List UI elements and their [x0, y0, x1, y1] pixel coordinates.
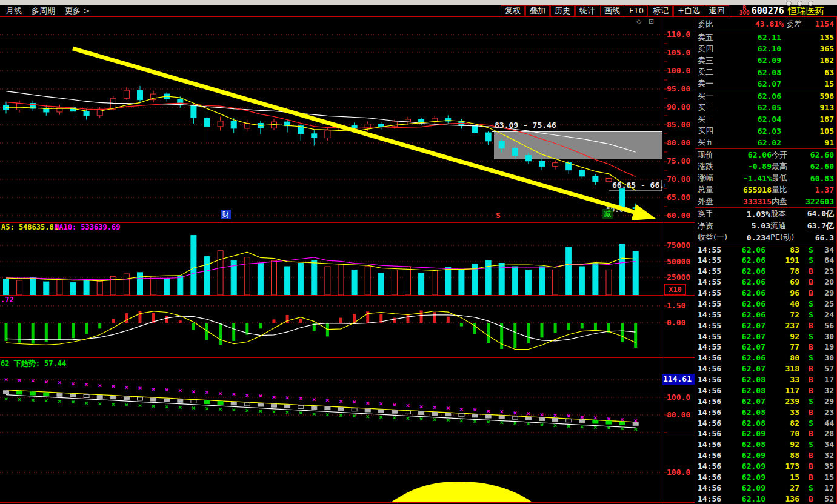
toolbar-button-1[interactable]: 叠加: [525, 5, 550, 16]
svg-text:×: ×: [553, 422, 558, 429]
tick-price: 62.08: [725, 386, 765, 395]
tick-row: 14:5562.0678B23: [695, 266, 836, 277]
tick-volume: 239: [765, 397, 803, 406]
tick-row: 14:5562.0792S30: [695, 331, 836, 342]
svg-text:×: ×: [473, 406, 477, 414]
svg-text:×: ×: [299, 394, 303, 402]
fin-value: 0.234: [735, 233, 770, 242]
ask-label: 卖三: [698, 55, 728, 66]
svg-text:×: ×: [152, 402, 156, 410]
index-membership-badge: R 300: [739, 6, 750, 16]
tick-count: 25: [819, 299, 834, 308]
toolbar-button-5[interactable]: F10: [625, 5, 648, 16]
chart-region[interactable]: ××××××××××××××××××××××××××××××××××××××××…: [0, 0, 695, 504]
tick-side: S: [803, 256, 819, 265]
svg-text:×: ×: [365, 413, 370, 420]
tick-row: 14:5662.0988B32: [695, 450, 836, 461]
tick-volume: 70: [765, 429, 803, 438]
toolbar-button-4[interactable]: 画线: [600, 5, 624, 16]
svg-text:×: ×: [312, 410, 316, 418]
toolbar-button-2[interactable]: 历史: [550, 5, 575, 16]
tick-side: S: [803, 332, 819, 341]
toolbar-button-7[interactable]: +自选: [673, 5, 704, 16]
tick-side: B: [803, 342, 819, 351]
tick-row: 14:5562.07237B56: [695, 320, 836, 331]
fin-label: PE(动): [770, 232, 807, 243]
tick-volume: 117: [765, 386, 803, 395]
measure-box-annotation[interactable]: [492, 132, 662, 192]
quote-panel: 委比 43.81% 委差 1154 卖五62.11135卖四62.10365卖三…: [695, 17, 837, 504]
tick-time: 14:56: [698, 397, 725, 406]
tick-count: 29: [819, 397, 834, 406]
stat-row: 外盘333315内盘322603: [695, 196, 836, 207]
chart-canvas[interactable]: ××××××××××××××××××××××××××××××××××××××××…: [0, 0, 695, 504]
svg-text:×: ×: [379, 413, 383, 421]
bid-row[interactable]: 买三62.04187: [695, 113, 836, 125]
ask-row[interactable]: 卖三62.09162: [695, 55, 836, 66]
bid-row[interactable]: 买一62.06598: [695, 90, 836, 102]
window-button-close[interactable]: [808, 1, 813, 6]
svg-text:×: ×: [125, 401, 129, 409]
menu-item-2[interactable]: 更多 >: [65, 5, 90, 16]
ask-row[interactable]: 卖五62.11135: [695, 31, 836, 43]
tick-side: B: [803, 451, 819, 460]
bid-row[interactable]: 买五62.0291: [695, 137, 836, 148]
tick-time: 14:56: [698, 419, 725, 428]
tick-price: 62.06: [725, 267, 765, 276]
tick-side: S: [803, 353, 819, 362]
fin-value: 66.3: [807, 233, 834, 242]
tick-volume: 78: [765, 267, 803, 276]
window-button-maximize[interactable]: [797, 1, 802, 6]
svg-text:×: ×: [272, 393, 276, 401]
ask-row[interactable]: 卖二62.0863: [695, 67, 836, 78]
tick-volume: 136: [765, 494, 803, 503]
toolbar-button-3[interactable]: 统计: [575, 5, 599, 16]
tick-side: B: [803, 472, 819, 482]
menu-item-0[interactable]: 月线: [6, 5, 22, 16]
svg-text:×: ×: [125, 383, 129, 391]
tick-time: 14:55: [698, 267, 725, 276]
svg-text:×: ×: [178, 386, 182, 394]
ask-levels: 卖五62.11135卖四62.10365卖三62.09162卖二62.0863卖…: [695, 31, 836, 90]
tick-price: 62.06: [725, 353, 765, 362]
toolbar-button-8[interactable]: 返回: [705, 5, 729, 16]
svg-text:×: ×: [433, 403, 437, 411]
tick-price: 62.09: [725, 429, 765, 438]
tick-price: 62.08: [725, 375, 765, 384]
tick-time: 14:55: [698, 288, 725, 297]
tick-price: 62.09: [725, 472, 765, 482]
svg-text:×: ×: [365, 399, 370, 407]
bid-row[interactable]: 买四62.03105: [695, 125, 836, 137]
window-button-minimize[interactable]: [786, 1, 792, 6]
tick-count: 30: [819, 353, 834, 362]
ask-volume: 135: [782, 33, 834, 42]
ask-row[interactable]: 卖一62.0715: [695, 78, 836, 90]
trend-indicator-series: ××××××××××××××××××××××××××××××××××××××××…: [4, 376, 639, 433]
tick-side: B: [803, 364, 819, 373]
ask-row[interactable]: 卖四62.10365: [695, 43, 836, 55]
weicha-label: 委差: [784, 19, 814, 30]
svg-text:×: ×: [393, 401, 397, 409]
bid-row[interactable]: 买二62.05913: [695, 102, 836, 113]
ask-price: 62.08: [728, 68, 782, 77]
tick-time: 14:56: [698, 462, 725, 471]
tick-list[interactable]: 14:5562.0683S3414:5562.06191S8414:5562.0…: [695, 244, 836, 504]
svg-text:×: ×: [71, 380, 75, 388]
toolbar-button-6[interactable]: 标记: [649, 5, 673, 16]
svg-text:×: ×: [527, 409, 531, 417]
toolbar-button-0[interactable]: 复权: [501, 5, 525, 16]
svg-text:×: ×: [245, 406, 249, 414]
tick-price: 62.08: [725, 408, 765, 417]
fin-label: 股本: [770, 208, 807, 219]
menu-item-1[interactable]: 多周期: [32, 5, 55, 16]
bid-price: 62.04: [728, 114, 782, 124]
svg-text:×: ×: [580, 423, 584, 431]
tick-row: 14:5662.0927S17: [695, 482, 836, 493]
tick-price: 62.07: [725, 397, 765, 406]
svg-text:×: ×: [285, 408, 290, 416]
svg-text:×: ×: [138, 384, 142, 392]
tick-time: 14:56: [698, 364, 725, 373]
tick-time: 14:56: [698, 375, 725, 384]
stat-value: -0.89: [725, 162, 772, 171]
bid-price: 62.03: [728, 127, 782, 136]
